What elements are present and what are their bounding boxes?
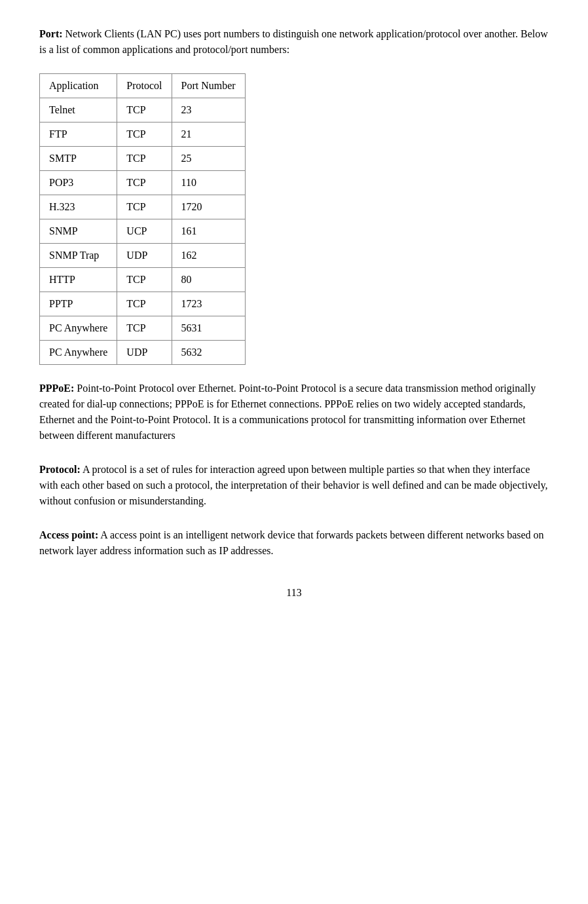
port-table: ApplicationProtocolPort NumberTelnetTCP2… bbox=[39, 73, 246, 365]
table-cell: 1720 bbox=[172, 195, 245, 219]
table-cell: TCP bbox=[117, 171, 172, 195]
protocol-term: Protocol: bbox=[39, 464, 81, 475]
table-row: SNMP TrapUDP162 bbox=[40, 244, 246, 268]
protocol-description-text: A protocol is a set of rules for interac… bbox=[39, 464, 547, 506]
table-cell: SNMP Trap bbox=[40, 244, 117, 268]
table-header: Protocol bbox=[117, 74, 172, 98]
port-section: Port: Network Clients (LAN PC) uses port… bbox=[39, 26, 549, 58]
table-cell: PC Anywhere bbox=[40, 316, 117, 341]
pppoe-section: PPPoE: Point-to-Point Protocol over Ethe… bbox=[39, 381, 549, 443]
table-cell: 80 bbox=[172, 268, 245, 292]
table-cell: TCP bbox=[117, 98, 172, 122]
table-cell: 162 bbox=[172, 244, 245, 268]
table-cell: TCP bbox=[117, 195, 172, 219]
table-cell: 21 bbox=[172, 122, 245, 147]
table-row: PC AnywhereUDP5632 bbox=[40, 341, 246, 365]
table-cell: POP3 bbox=[40, 171, 117, 195]
table-row: FTPTCP21 bbox=[40, 122, 246, 147]
table-cell: 25 bbox=[172, 147, 245, 171]
table-header: Port Number bbox=[172, 74, 245, 98]
table-cell: SMTP bbox=[40, 147, 117, 171]
table-row: SMTPTCP25 bbox=[40, 147, 246, 171]
table-cell: 161 bbox=[172, 219, 245, 244]
table-cell: PC Anywhere bbox=[40, 341, 117, 365]
table-cell: 1723 bbox=[172, 292, 245, 316]
table-row: TelnetTCP23 bbox=[40, 98, 246, 122]
table-cell: TCP bbox=[117, 292, 172, 316]
table-row: SNMPUCP161 bbox=[40, 219, 246, 244]
table-cell: 5632 bbox=[172, 341, 245, 365]
table-header: Application bbox=[40, 74, 117, 98]
table-row: HTTPTCP80 bbox=[40, 268, 246, 292]
table-row: H.323TCP1720 bbox=[40, 195, 246, 219]
table-cell: TCP bbox=[117, 122, 172, 147]
page-number: 113 bbox=[39, 585, 549, 601]
protocol-section: Protocol: A protocol is a set of rules f… bbox=[39, 462, 549, 509]
access-point-description-text: A access point is an intelligent network… bbox=[39, 529, 544, 556]
table-cell: Telnet bbox=[40, 98, 117, 122]
pppoe-description-text: Point-to-Point Protocol over Ethernet. P… bbox=[39, 383, 536, 441]
table-row: PC AnywhereTCP5631 bbox=[40, 316, 246, 341]
table-cell: H.323 bbox=[40, 195, 117, 219]
table-row: PPTPTCP1723 bbox=[40, 292, 246, 316]
table-cell: UCP bbox=[117, 219, 172, 244]
table-cell: TCP bbox=[117, 316, 172, 341]
table-cell: SNMP bbox=[40, 219, 117, 244]
table-cell: 110 bbox=[172, 171, 245, 195]
table-cell: 23 bbox=[172, 98, 245, 122]
table-cell: TCP bbox=[117, 147, 172, 171]
table-cell: HTTP bbox=[40, 268, 117, 292]
table-cell: UDP bbox=[117, 341, 172, 365]
port-term: Port: bbox=[39, 28, 63, 39]
access-point-section: Access point: A access point is an intel… bbox=[39, 527, 549, 559]
table-cell: UDP bbox=[117, 244, 172, 268]
access-point-term: Access point: bbox=[39, 529, 98, 540]
pppoe-term: PPPoE: bbox=[39, 383, 74, 394]
port-description-text: Network Clients (LAN PC) uses port numbe… bbox=[39, 28, 548, 55]
table-row: POP3TCP110 bbox=[40, 171, 246, 195]
table-cell: 5631 bbox=[172, 316, 245, 341]
table-cell: TCP bbox=[117, 268, 172, 292]
page-content: Port: Network Clients (LAN PC) uses port… bbox=[39, 26, 549, 601]
table-cell: FTP bbox=[40, 122, 117, 147]
table-cell: PPTP bbox=[40, 292, 117, 316]
